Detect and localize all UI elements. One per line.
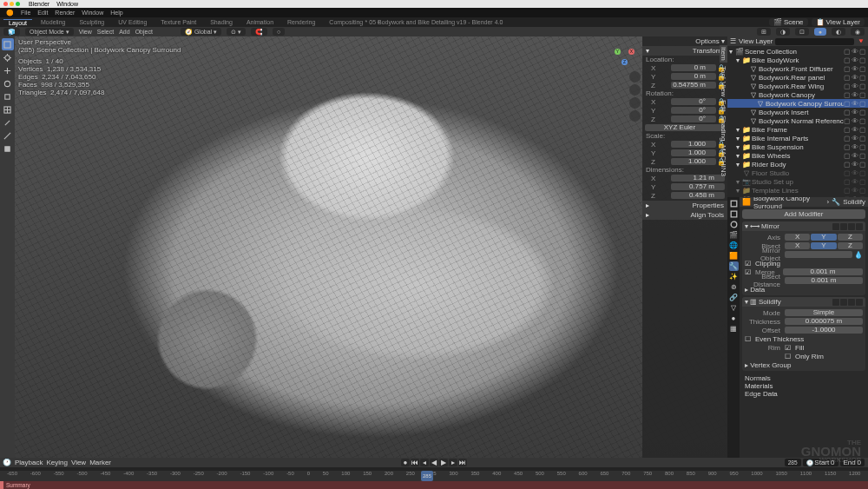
disable-icon[interactable]: ▢: [859, 187, 866, 194]
shading-rendered[interactable]: ◉: [851, 28, 865, 36]
tool-move[interactable]: [2, 64, 14, 76]
scale-x[interactable]: 1.000: [671, 141, 716, 148]
mod-mirror-name[interactable]: Mirror: [761, 222, 779, 230]
menu-render[interactable]: Render: [52, 10, 77, 16]
play-reverse-icon[interactable]: ◀: [430, 459, 438, 466]
ptab-world[interactable]: 🌐: [729, 241, 739, 250]
keyframe-prev-icon[interactable]: ◂: [420, 459, 429, 466]
hdr-select[interactable]: Select: [97, 29, 114, 35]
only-rim-checkbox[interactable]: Only Rim: [795, 353, 824, 360]
shading-wireframe[interactable]: ⊡: [795, 28, 809, 36]
dim-z[interactable]: 0.458 m: [671, 192, 725, 199]
eye-icon[interactable]: 👁: [852, 169, 858, 176]
exclude-icon[interactable]: ▢: [844, 195, 851, 197]
orientation-selector[interactable]: 🧭 Global ▾: [181, 28, 221, 36]
outliner-item[interactable]: ▽Bodywork.Front Diffuser▢👁▢: [727, 64, 868, 73]
exclude-icon[interactable]: ▢: [844, 161, 851, 168]
disable-icon[interactable]: ▢: [859, 117, 866, 124]
menu-edit[interactable]: Edit: [35, 10, 50, 16]
mirror-axis-buttons[interactable]: XYZ: [785, 234, 863, 241]
ntab-edit[interactable]: Edit: [720, 100, 727, 112]
disable-icon[interactable]: ▢: [859, 83, 866, 89]
extra-edgedata[interactable]: Edge Data: [745, 390, 863, 398]
outliner-item[interactable]: ▽Bodywork Insert▢👁▢: [727, 108, 868, 116]
eye-icon[interactable]: 👁: [852, 143, 858, 150]
jump-end-icon[interactable]: ⏭: [458, 459, 467, 466]
outliner-item[interactable]: ▾📁Bike Internal Parts▢👁▢: [727, 134, 868, 142]
ptab-object[interactable]: 🟧: [729, 251, 739, 261]
gizmo-y-icon[interactable]: Y: [615, 49, 621, 55]
ptab-texture[interactable]: ▦: [729, 324, 739, 334]
ntab-shading[interactable]: Shading: [720, 116, 727, 141]
mirror-bisect-buttons[interactable]: XYZ: [785, 242, 863, 249]
eye-icon[interactable]: 👁: [852, 109, 858, 116]
exclude-icon[interactable]: ▢: [844, 83, 851, 89]
eye-icon[interactable]: 👁: [852, 56, 858, 63]
tool-transform[interactable]: [2, 103, 14, 116]
transform-header[interactable]: ▾ Transform: [642, 46, 727, 56]
exclude-icon[interactable]: ▢: [844, 187, 851, 194]
disable-icon[interactable]: ▢: [859, 100, 866, 107]
eye-icon[interactable]: 👁: [852, 152, 858, 159]
timeline-type-icon[interactable]: 🕐: [3, 459, 11, 466]
xray-toggle[interactable]: ◑: [776, 28, 790, 36]
properties-subpanel[interactable]: ▸ Properties: [642, 201, 727, 210]
overlay-toggle[interactable]: ⊞: [757, 28, 771, 36]
ws-modeling[interactable]: Modeling: [36, 19, 70, 25]
hdr-view[interactable]: View: [79, 29, 92, 35]
disable-icon[interactable]: ▢: [859, 143, 866, 150]
ptab-output[interactable]: [729, 209, 739, 219]
zoom-icon[interactable]: [629, 71, 641, 83]
mod-display-edit[interactable]: [832, 223, 839, 230]
eye-icon[interactable]: 👁: [852, 83, 858, 89]
rot-mode[interactable]: XYZ Euler: [645, 124, 725, 131]
dim-y[interactable]: 0.757 m: [671, 183, 725, 190]
exclude-icon[interactable]: ▢: [844, 143, 851, 150]
disable-icon[interactable]: ▢: [859, 195, 866, 197]
disable-icon[interactable]: ▢: [859, 161, 866, 168]
mod-display-realtime[interactable]: [840, 223, 847, 230]
tl-keying[interactable]: Keying: [46, 459, 67, 466]
eye-icon[interactable]: 👁: [852, 65, 858, 72]
exclude-icon[interactable]: ▢: [844, 91, 851, 98]
align-tools-subpanel[interactable]: ▸ Align Tools: [642, 210, 727, 220]
exclude-icon[interactable]: ▢: [844, 65, 851, 72]
ptab-render[interactable]: [729, 199, 739, 208]
rot-z[interactable]: 0°: [671, 116, 716, 122]
ptab-scene[interactable]: 🎬: [729, 230, 739, 240]
move-view-icon[interactable]: [629, 84, 641, 96]
exclude-icon[interactable]: ▢: [844, 178, 851, 185]
exclude-icon[interactable]: ▢: [844, 152, 851, 159]
outliner-item[interactable]: ▾🎬Scene Collection▢👁▢: [727, 47, 868, 56]
mod-extras-icon[interactable]: [856, 223, 863, 230]
exclude-icon[interactable]: ▢: [844, 74, 851, 81]
exclude-icon[interactable]: ▢: [844, 56, 851, 63]
play-icon[interactable]: ▶: [439, 459, 448, 466]
ws-sculpting[interactable]: Sculpting: [74, 19, 109, 25]
ptab-viewlayer[interactable]: [729, 220, 739, 229]
mode-selector[interactable]: Object Mode ▾: [25, 28, 74, 36]
scene-selector[interactable]: 🎬 Scene: [769, 18, 808, 26]
ws-comp[interactable]: Compositing: [324, 19, 368, 25]
disable-icon[interactable]: ▢: [859, 169, 866, 176]
timeline-ruler[interactable]: -650-600-550-500-450-400-350-300-250-200…: [0, 471, 868, 481]
eye-icon[interactable]: 👁: [852, 161, 858, 168]
persp-ortho-icon[interactable]: [629, 110, 641, 122]
outliner-item[interactable]: ▾📁Rider Body▢👁▢: [727, 160, 868, 169]
start-frame[interactable]: 🕐 Start 0: [803, 459, 838, 466]
mac-menu-window[interactable]: Window: [56, 1, 78, 7]
mirror-object-field[interactable]: [785, 251, 852, 258]
ws-texpaint[interactable]: Texture Paint: [155, 19, 201, 25]
dim-x[interactable]: 1.21 m: [671, 175, 725, 182]
tool-cursor[interactable]: [2, 51, 14, 63]
outliner-item[interactable]: ▽Bodywork Canopy▢👁▢: [727, 90, 868, 99]
eye-icon[interactable]: 👁: [852, 187, 858, 194]
disable-icon[interactable]: ▢: [859, 65, 866, 72]
outliner-item[interactable]: ▾📁Template Lines▢👁▢: [727, 186, 868, 195]
mod-display-render[interactable]: [848, 223, 855, 230]
outliner-item[interactable]: ▾📁Bike Wheels▢👁▢: [727, 151, 868, 160]
disable-icon[interactable]: ▢: [859, 178, 866, 185]
chevron-down-icon[interactable]: ▾: [745, 298, 748, 306]
scale-y[interactable]: 1.000: [671, 149, 716, 156]
tl-view[interactable]: View: [71, 459, 86, 466]
